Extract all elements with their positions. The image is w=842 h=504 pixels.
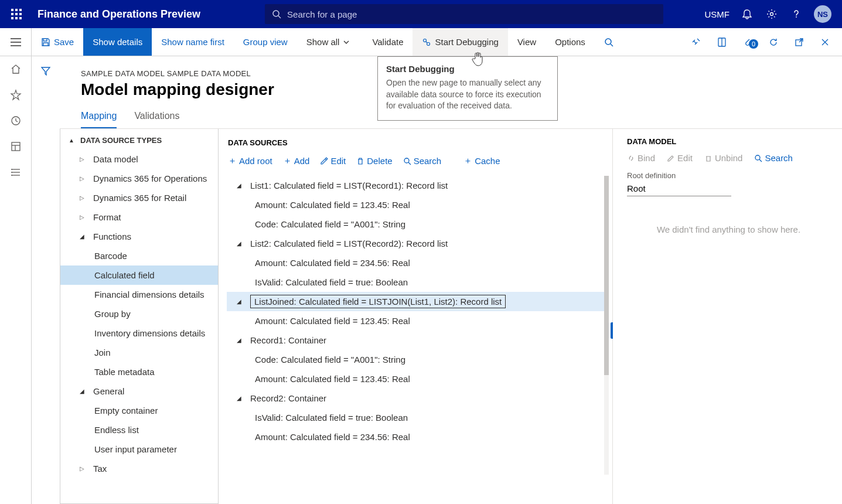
ds-search-button[interactable]: Search (403, 155, 442, 166)
trash-icon (356, 157, 364, 165)
search-icon (403, 157, 411, 165)
scrollbar[interactable] (604, 176, 609, 475)
refresh-icon[interactable] (761, 37, 786, 47)
save-label: Save (54, 37, 74, 47)
gear-icon[interactable] (765, 7, 779, 21)
dst-item[interactable]: Inventory dimensions details (60, 323, 218, 343)
dst-item-label: User input parameter (94, 444, 177, 454)
pin-icon[interactable] (684, 37, 708, 47)
svg-point-22 (11, 172, 12, 173)
dst-item[interactable]: ▷Tax (60, 459, 218, 478)
app-launcher-icon[interactable] (5, 9, 28, 19)
popout-icon[interactable] (787, 38, 812, 47)
dst-item[interactable]: ▷Dynamics 365 for Retail (60, 188, 218, 207)
workspaces-icon[interactable] (10, 141, 22, 152)
star-icon[interactable] (10, 89, 22, 101)
search-icon (604, 38, 613, 47)
group-view-button[interactable]: Group view (234, 28, 297, 56)
scrollbar-thumb[interactable] (604, 176, 609, 375)
data-sources-pane: DATA SOURCES ＋Add root ＋Add Edit Delete … (219, 129, 612, 504)
ds-item[interactable]: ◢List2: Calculated field = LIST(Record2)… (227, 234, 608, 253)
ds-item[interactable]: ◢ListJoined: Calculated field = LISTJOIN… (227, 292, 608, 311)
start-debugging-button[interactable]: Start Debugging (413, 28, 507, 56)
dst-item[interactable]: Empty container (60, 401, 218, 420)
recent-icon[interactable] (10, 115, 22, 127)
edit-button[interactable]: Edit (320, 155, 346, 166)
ds-item[interactable]: Amount: Calculated field = 123.45: Real (227, 195, 608, 214)
svg-line-10 (611, 44, 613, 46)
ds-item[interactable]: IsValid: Calculated field = true: Boolea… (227, 273, 608, 292)
ds-item[interactable]: Amount: Calculated field = 234.56: Real (227, 253, 608, 273)
close-icon[interactable] (813, 38, 837, 47)
dst-item[interactable]: ▷Format (60, 207, 218, 227)
splitter-handle[interactable] (611, 322, 613, 339)
ds-item[interactable]: ◢Record2: Container (227, 389, 608, 408)
dst-item[interactable]: Barcode (60, 246, 218, 265)
home-icon[interactable] (10, 63, 22, 75)
add-button[interactable]: ＋Add (283, 155, 310, 166)
ds-item-label: Amount: Calculated field = 123.45: Real (255, 316, 410, 326)
ds-item[interactable]: ◢List1: Calculated field = LIST(Record1)… (227, 176, 608, 195)
help-icon[interactable] (789, 7, 803, 21)
ds-item[interactable]: ◢Record1: Container (227, 331, 608, 350)
dst-item[interactable]: Table metadata (60, 362, 218, 382)
hamburger-icon[interactable] (0, 28, 32, 56)
cache-button[interactable]: ＋Cache (463, 155, 500, 166)
add-root-button[interactable]: ＋Add root (228, 155, 272, 166)
company-selector[interactable]: USMF (705, 9, 730, 19)
caret-down-icon: ◢ (234, 395, 244, 401)
save-button[interactable]: Save (32, 28, 83, 56)
tab-validations[interactable]: Validations (134, 111, 179, 128)
svg-point-23 (11, 175, 12, 176)
delete-button[interactable]: Delete (356, 155, 392, 166)
dm-edit-button[interactable]: Edit (667, 153, 693, 163)
dm-empty-message: We didn't find anything to show here. (627, 224, 830, 234)
global-search-input[interactable] (287, 9, 656, 19)
dst-item[interactable]: Endless list (60, 420, 218, 440)
dst-item[interactable]: Group by (60, 304, 218, 323)
dst-item[interactable]: ▷Data model (60, 149, 218, 169)
show-name-first-button[interactable]: Show name first (152, 28, 234, 56)
unbind-button[interactable]: Unbind (704, 153, 743, 163)
page-icon[interactable] (710, 37, 734, 47)
dst-item[interactable]: Financial dimensions details (60, 285, 218, 304)
nav-rail (0, 56, 32, 504)
dst-item[interactable]: ◢Functions (60, 227, 218, 246)
view-menu[interactable]: View (508, 28, 546, 56)
dst-item[interactable]: ▷Dynamics 365 for Operations (60, 169, 218, 188)
filter-icon[interactable] (40, 66, 51, 504)
dst-item[interactable]: User input parameter (60, 440, 218, 459)
attachments-icon[interactable]: 0 (735, 37, 760, 47)
ds-item[interactable]: IsValid: Calculated field = true: Boolea… (227, 408, 608, 427)
debug-icon (422, 38, 431, 47)
dst-header[interactable]: ▲ DATA SOURCE TYPES (60, 129, 218, 149)
chevron-down-icon (343, 39, 350, 46)
ds-item[interactable]: Code: Calculated field = "A001": String (227, 214, 608, 234)
dst-item[interactable]: Calculated field (60, 265, 218, 285)
ds-item-label: Amount: Calculated field = 234.56: Real (255, 258, 410, 268)
tab-mapping[interactable]: Mapping (81, 111, 117, 128)
options-menu[interactable]: Options (546, 28, 595, 56)
bind-button[interactable]: Bind (627, 153, 655, 163)
plus-icon: ＋ (283, 155, 292, 166)
dm-search-button[interactable]: Search (754, 153, 793, 163)
modules-icon[interactable] (10, 166, 22, 178)
dst-item-label: Dynamics 365 for Retail (93, 193, 186, 203)
show-all-dropdown[interactable]: Show all (297, 28, 363, 56)
avatar[interactable]: NS (814, 5, 831, 23)
actionbar-search-button[interactable] (595, 28, 626, 56)
ds-item[interactable]: Amount: Calculated field = 123.45: Real (227, 311, 608, 331)
ds-item[interactable]: Amount: Calculated field = 123.45: Real (227, 369, 608, 389)
svg-point-2 (771, 13, 773, 16)
ds-item[interactable]: Amount: Calculated field = 234.56: Real (227, 427, 608, 447)
ds-header: DATA SOURCES (227, 136, 608, 152)
dst-item[interactable]: ◢General (60, 382, 218, 401)
ds-item[interactable]: Code: Calculated field = "A001": String (227, 350, 608, 369)
bell-icon[interactable] (740, 7, 754, 21)
root-definition-field[interactable]: Root (627, 181, 731, 196)
global-search[interactable] (265, 4, 663, 24)
dst-item-label: Inventory dimensions details (94, 328, 205, 338)
dst-item[interactable]: Join (60, 343, 218, 362)
show-details-button[interactable]: Show details (83, 28, 152, 56)
validate-button[interactable]: Validate (363, 28, 413, 56)
